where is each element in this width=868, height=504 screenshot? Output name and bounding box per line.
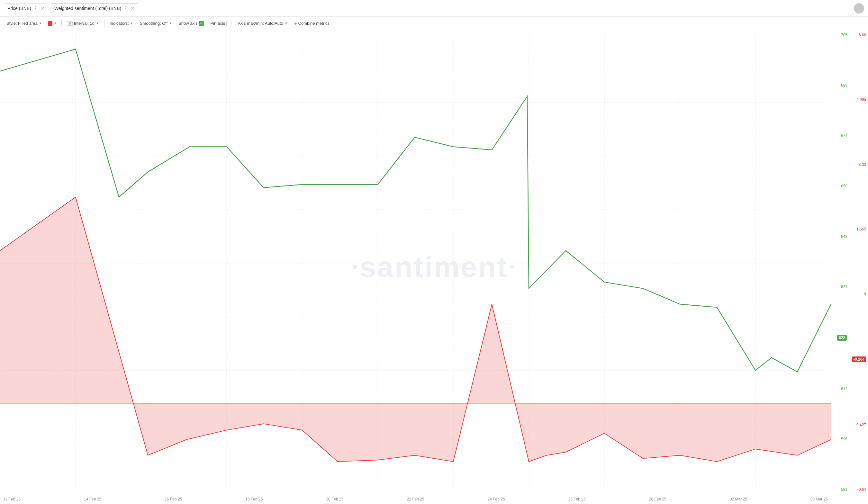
x-label-10: 03 Mar 25	[810, 497, 828, 502]
separator-2	[104, 20, 104, 27]
smoothing-selector[interactable]: Smoothing: Off ▼	[137, 20, 175, 27]
y-red-4995: 4.995	[856, 97, 866, 102]
interval-selector[interactable]: ⊞ Interval: 1d ▼	[64, 20, 102, 27]
y-red-666: 6.66	[859, 33, 866, 37]
y-green-705: 705	[841, 33, 847, 37]
tab-weighted-sentiment-menu-icon[interactable]: ⋮	[123, 5, 128, 11]
x-label-2: 16 Feb 25	[165, 497, 182, 502]
smoothing-chevron-icon: ▼	[169, 22, 172, 25]
y-green-643: 643	[841, 234, 847, 239]
show-axis-toggle[interactable]: Show axis ✓	[176, 20, 206, 27]
user-avatar	[854, 3, 864, 13]
y-green-658: 658	[841, 184, 847, 188]
style-selector[interactable]: Style: Filled area ▼	[4, 20, 45, 27]
color-chevron-icon: ▼	[54, 22, 57, 25]
x-label-6: 24 Feb 25	[488, 497, 505, 502]
chart-svg	[0, 30, 831, 494]
price-current-badge: 622	[837, 335, 847, 341]
x-label-8: 28 Feb 25	[649, 497, 666, 502]
pin-axis-label: Pin axis	[210, 21, 225, 26]
tab-price-bnb[interactable]: Price (BNB) ⋮ ✕	[4, 3, 48, 13]
x-label-0: 12 Feb 25	[3, 497, 21, 502]
tab-price-bnb-label: Price (BNB)	[7, 6, 31, 11]
interval-chevron-icon: ▼	[96, 22, 99, 25]
axis-minmax-label: Axis max/min: Auto/Auto	[238, 21, 283, 26]
tab-weighted-sentiment[interactable]: Weighted sentiment (Total) (BNB) ⋮ ✕	[51, 3, 138, 13]
separator-1	[61, 20, 62, 27]
combine-metrics-label: Combine metrics	[298, 21, 330, 26]
smoothing-label: Smoothing: Off	[140, 21, 167, 26]
y-green-596: 596	[841, 437, 847, 441]
x-label-7: 26 Feb 25	[568, 497, 586, 502]
price-line	[0, 49, 831, 372]
y-green-581: 581	[841, 487, 847, 492]
combine-metrics-button[interactable]: + Combine metrics	[292, 19, 332, 27]
x-label-4: 20 Feb 25	[326, 497, 343, 502]
toolbar: Style: Filled area ▼ ▼ ⊞ Interval: 1d ▼ …	[0, 17, 868, 30]
sentiment-current-badge: -0.164	[852, 357, 866, 362]
tab-price-bnb-menu-icon[interactable]: ⋮	[33, 5, 38, 11]
x-label-3: 18 Feb 25	[245, 497, 263, 502]
pin-axis-checkbox[interactable]	[226, 21, 231, 26]
y-axis-green: 705 689 674 658 643 627 622 612 596 581	[831, 30, 849, 494]
show-axis-label: Show axis	[178, 21, 197, 26]
x-label-1: 14 Feb 25	[84, 497, 101, 502]
y-red-333: 3.33	[859, 162, 866, 167]
x-label-5: 22 Feb 25	[407, 497, 424, 502]
show-axis-checkbox[interactable]: ✓	[199, 21, 204, 26]
indicators-label: Indicators:	[110, 21, 129, 26]
interval-label: Interval: 1d	[74, 21, 94, 26]
style-chevron-icon: ▼	[39, 22, 42, 25]
y-green-674: 674	[841, 133, 847, 138]
tab-weighted-sentiment-label: Weighted sentiment (Total) (BNB)	[54, 6, 121, 11]
top-bar: Price (BNB) ⋮ ✕ Weighted sentiment (Tota…	[0, 0, 868, 17]
tab-price-bnb-close-icon[interactable]: ✕	[41, 6, 45, 11]
indicators-chevron-icon: ▼	[130, 22, 133, 25]
style-label: Style: Filled area	[7, 21, 38, 26]
sentiment-fill-area	[0, 197, 831, 462]
interval-icon: ⊞	[67, 21, 73, 26]
y-green-689: 689	[841, 83, 847, 88]
axis-minmax-chevron-icon: ▼	[285, 22, 288, 25]
color-swatch-red	[48, 21, 52, 26]
x-axis: 12 Feb 25 14 Feb 25 16 Feb 25 18 Feb 25 …	[0, 494, 831, 504]
axis-minmax-selector[interactable]: Axis max/min: Auto/Auto ▼	[235, 20, 290, 27]
chart-container: ·santiment· 705 689	[0, 30, 868, 504]
tab-weighted-sentiment-close-icon[interactable]: ✕	[131, 6, 135, 11]
plus-icon: +	[294, 21, 297, 26]
color-picker[interactable]: ▼	[46, 20, 59, 27]
y-red-neg64: -0.64	[857, 487, 866, 492]
indicators-selector[interactable]: Indicators: ▼	[107, 20, 136, 27]
y-axis-red: 6.66 4.995 3.33 1.665 0 -0.164 -0.427 -0…	[849, 30, 868, 494]
x-label-9: 02 Mar 25	[730, 497, 747, 502]
y-green-612: 612	[841, 387, 847, 391]
y-red-0: 0	[864, 292, 866, 296]
y-red-neg427: -0.427	[855, 423, 866, 427]
y-red-1665: 1.665	[856, 227, 866, 232]
y-green-627: 627	[841, 285, 847, 289]
pin-axis-toggle[interactable]: Pin axis	[208, 20, 234, 27]
